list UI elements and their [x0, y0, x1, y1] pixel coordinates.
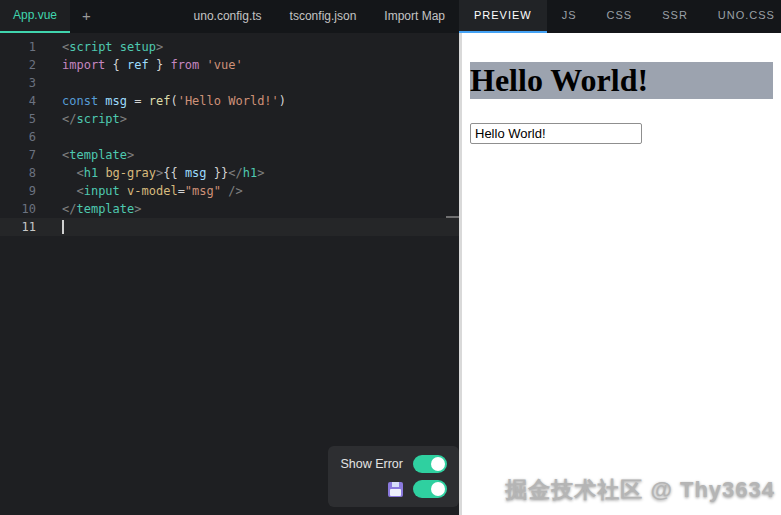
tab-css[interactable]: CSS	[592, 0, 648, 33]
code-line[interactable]: 10</template>	[0, 200, 459, 218]
editor-options-panel: Show Error	[328, 446, 459, 507]
tab-uno-css[interactable]: UNO.CSS	[703, 0, 781, 33]
code-lines: 1<script setup>2import { ref } from 'vue…	[0, 38, 459, 236]
code-line-text: <input v-model="msg" />	[36, 182, 243, 200]
tab-tsconfig-json[interactable]: tsconfig.json	[276, 0, 371, 33]
code-line-text	[36, 218, 64, 236]
code-line-text: const msg = ref('Hello World!')	[36, 92, 286, 110]
line-number: 9	[0, 182, 36, 200]
tab-uno-config-ts[interactable]: uno.config.ts	[180, 0, 276, 33]
config-tab-group: uno.config.ts tsconfig.json Import Map	[180, 0, 459, 33]
editor-overview-ruler-marker	[446, 216, 459, 218]
auto-save-toggle[interactable]	[413, 480, 447, 498]
code-line[interactable]: 7<template>	[0, 146, 459, 164]
line-number: 6	[0, 128, 36, 146]
show-error-label: Show Error	[340, 457, 403, 471]
show-error-toggle[interactable]	[413, 455, 447, 473]
tab-ssr[interactable]: SSR	[647, 0, 703, 33]
tab-import-map[interactable]: Import Map	[370, 0, 459, 33]
preview-msg-input[interactable]	[470, 123, 642, 144]
line-number: 3	[0, 74, 36, 92]
code-line-text: <h1 bg-gray>{{ msg }}</h1>	[36, 164, 264, 182]
preview-heading: Hello World!	[470, 62, 773, 99]
code-line-text: </template>	[36, 200, 141, 218]
code-line-text	[36, 74, 62, 92]
code-line-text: <script setup>	[36, 38, 163, 56]
code-line[interactable]: 9 <input v-model="msg" />	[0, 182, 459, 200]
code-line[interactable]: 3	[0, 74, 459, 92]
code-line[interactable]: 4const msg = ref('Hello World!')	[0, 92, 459, 110]
toggle-knob	[431, 482, 445, 496]
line-number: 1	[0, 38, 36, 56]
code-line-text: </script>	[36, 110, 127, 128]
line-number: 4	[0, 92, 36, 110]
code-line[interactable]: 5</script>	[0, 110, 459, 128]
line-number: 2	[0, 56, 36, 74]
line-number: 10	[0, 200, 36, 218]
code-line-text	[36, 128, 62, 146]
output-tab-bar: PREVIEW JS CSS SSR UNO.CSS	[459, 0, 781, 33]
floppy-disk-icon	[388, 482, 403, 497]
tab-js[interactable]: JS	[547, 0, 592, 33]
toggle-knob	[431, 457, 445, 471]
line-number: 5	[0, 110, 36, 128]
tab-preview[interactable]: PREVIEW	[459, 0, 547, 33]
text-cursor	[62, 220, 64, 234]
add-file-button[interactable]: +	[70, 0, 103, 33]
code-line-text: import { ref } from 'vue'	[36, 56, 243, 74]
top-bar: App.vue + uno.config.ts tsconfig.json Im…	[0, 0, 781, 33]
tab-app-vue[interactable]: App.vue	[0, 0, 70, 33]
line-number: 8	[0, 164, 36, 182]
code-line[interactable]: 11	[0, 218, 459, 236]
preview-pane: Hello World! 掘金技术社区 @ Thy3634	[462, 33, 781, 515]
watermark: 掘金技术社区 @ Thy3634	[505, 475, 775, 505]
show-error-row: Show Error	[340, 455, 447, 473]
code-line[interactable]: 8 <h1 bg-gray>{{ msg }}</h1>	[0, 164, 459, 182]
code-line-text: <template>	[36, 146, 134, 164]
code-line[interactable]: 1<script setup>	[0, 38, 459, 56]
code-line[interactable]: 2import { ref } from 'vue'	[0, 56, 459, 74]
auto-save-row	[388, 480, 447, 498]
line-number: 7	[0, 146, 36, 164]
code-line[interactable]: 6	[0, 128, 459, 146]
file-tab-bar: App.vue + uno.config.ts tsconfig.json Im…	[0, 0, 459, 33]
code-editor[interactable]: 1<script setup>2import { ref } from 'vue…	[0, 33, 459, 515]
main-split: 1<script setup>2import { ref } from 'vue…	[0, 33, 781, 515]
line-number: 11	[0, 218, 36, 236]
